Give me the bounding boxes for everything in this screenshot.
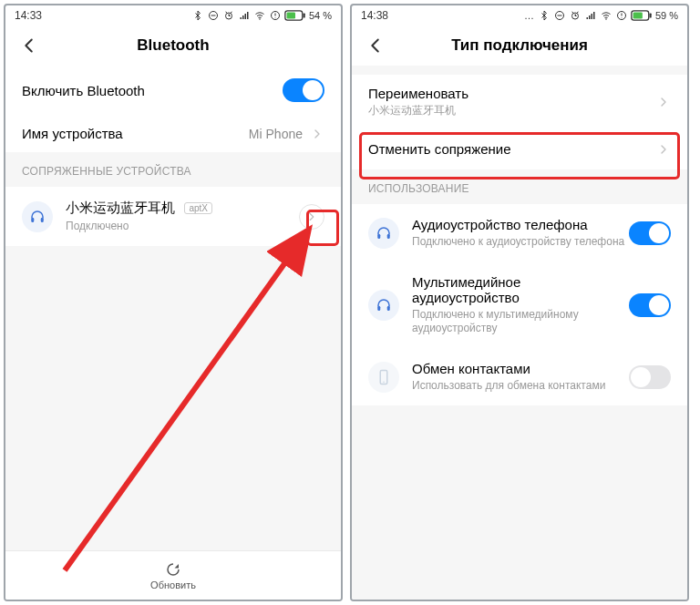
- media-audio-sub: Подключено к мультимедийному аудиоустрой…: [412, 308, 629, 335]
- bluetooth-toggle[interactable]: [283, 78, 324, 102]
- chevron-right-icon: [310, 127, 324, 141]
- headphones-icon: [368, 218, 399, 249]
- device-name-label: Имя устройства: [22, 126, 249, 141]
- svg-point-12: [605, 18, 607, 20]
- media-audio-toggle[interactable]: [629, 293, 671, 317]
- device-name-value: Mi Phone: [249, 127, 303, 141]
- svg-rect-16: [633, 13, 642, 19]
- paired-device-row[interactable]: 小米运动蓝牙耳机 aptX Подключено: [5, 187, 341, 246]
- device-name-row[interactable]: Имя устройства Mi Phone: [5, 115, 341, 152]
- signal-icon: [238, 10, 251, 21]
- svg-rect-18: [387, 233, 390, 238]
- svg-rect-5: [303, 13, 304, 17]
- contacts-toggle[interactable]: [629, 365, 671, 389]
- rename-sub: 小米运动蓝牙耳机: [368, 104, 656, 118]
- contacts-row[interactable]: Обмен контактами Использовать для обмена…: [352, 348, 687, 405]
- svg-rect-17: [377, 233, 380, 238]
- status-time: 14:33: [15, 9, 42, 22]
- page-title: Bluetooth: [137, 36, 209, 55]
- device-details-button[interactable]: [299, 204, 324, 230]
- bluetooth-icon: [538, 10, 551, 21]
- nosync-icon: [269, 10, 282, 21]
- chevron-right-icon: [656, 95, 671, 109]
- unpair-label: Отменить сопряжение: [368, 141, 656, 157]
- svg-rect-20: [387, 305, 390, 310]
- headphones-icon: [368, 290, 399, 321]
- status-battery: 54 %: [309, 10, 332, 21]
- svg-point-22: [383, 381, 385, 383]
- alarm-icon: [222, 10, 235, 21]
- battery-icon: [284, 10, 306, 21]
- refresh-icon: [165, 561, 181, 578]
- headphones-icon: [22, 201, 53, 232]
- wifi-icon: [600, 10, 612, 21]
- phone-audio-toggle[interactable]: [629, 221, 671, 245]
- nosync-icon: [615, 10, 628, 21]
- rename-label: Переименовать: [368, 86, 656, 101]
- svg-rect-7: [31, 217, 34, 221]
- chevron-right-icon: [305, 210, 318, 223]
- status-bar: 14:38 … 59 %: [352, 5, 687, 26]
- footer-refresh-label: Обновить: [150, 579, 196, 590]
- alarm-icon: [569, 10, 582, 21]
- phone-audio-label: Аудиоустройство телефона: [412, 217, 629, 232]
- paired-device-name: 小米运动蓝牙耳机: [66, 200, 175, 215]
- header: Bluetooth: [5, 26, 341, 66]
- unpair-row[interactable]: Отменить сопряжение: [352, 128, 687, 169]
- status-battery: 59 %: [655, 10, 678, 21]
- status-icons: … 59 %: [524, 10, 678, 21]
- bluetooth-toggle-row[interactable]: Включить Bluetooth: [5, 66, 341, 115]
- status-icons: 54 %: [191, 10, 332, 21]
- dnd-icon: [207, 10, 220, 21]
- contacts-label: Обмен контактами: [412, 361, 629, 376]
- back-button[interactable]: [18, 35, 40, 56]
- phone-icon: [368, 362, 399, 393]
- wifi-icon: [253, 10, 266, 21]
- back-button[interactable]: [365, 35, 386, 56]
- chevron-left-icon: [365, 36, 386, 56]
- bluetooth-icon: [191, 10, 204, 21]
- svg-rect-19: [377, 305, 380, 310]
- svg-rect-8: [41, 217, 44, 221]
- codec-badge: aptX: [184, 202, 212, 214]
- battery-icon: [631, 10, 653, 21]
- phone-audio-row[interactable]: Аудиоустройство телефона Подключено к ау…: [352, 204, 687, 261]
- svg-point-2: [259, 18, 261, 20]
- dnd-icon: [553, 10, 566, 21]
- svg-rect-6: [286, 13, 294, 19]
- bluetooth-toggle-label: Включить Bluetooth: [22, 83, 283, 98]
- chevron-right-icon: [656, 142, 671, 157]
- empty-area: [5, 246, 341, 550]
- header: Тип подключения: [352, 26, 687, 66]
- phone-left-bluetooth: 14:33 54 % Bluetooth Включить Bluetooth: [4, 4, 343, 601]
- page-title: Тип подключения: [451, 36, 588, 55]
- media-audio-row[interactable]: Мультимедийное аудиоустройство Подключен…: [352, 261, 687, 348]
- paired-device-status: Подключено: [66, 220, 299, 233]
- phone-audio-sub: Подключено к аудиоустройству телефона: [412, 235, 629, 249]
- section-usage: ИСПОЛЬЗОВАНИЕ: [352, 169, 687, 204]
- signal-icon: [584, 10, 597, 21]
- footer-refresh[interactable]: Обновить: [5, 550, 341, 600]
- rename-row[interactable]: Переименовать 小米运动蓝牙耳机: [352, 75, 687, 128]
- section-paired-devices: СОПРЯЖЕННЫЕ УСТРОЙСТВА: [5, 152, 341, 187]
- media-audio-label: Мультимедийное аудиоустройство: [412, 274, 629, 305]
- phone-right-connection-type: 14:38 … 59 % Тип подключения Переим: [350, 4, 689, 601]
- status-bar: 14:33 54 %: [5, 5, 341, 26]
- chevron-left-icon: [19, 36, 39, 56]
- empty-area: [352, 405, 687, 600]
- status-time: 14:38: [361, 9, 388, 22]
- svg-rect-15: [649, 13, 651, 17]
- contacts-sub: Использовать для обмена контактами: [412, 379, 629, 393]
